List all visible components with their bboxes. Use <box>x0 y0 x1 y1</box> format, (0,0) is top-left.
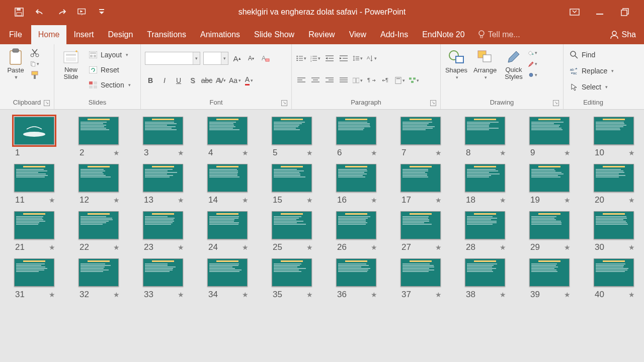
slide-thumbnail-24[interactable]: 24★ <box>207 211 250 252</box>
slide-thumbnail-4[interactable]: 4★ <box>207 117 250 158</box>
tab-addins[interactable]: Add-Ins <box>373 25 415 44</box>
slide-thumbnail-6[interactable]: 6★ <box>336 117 378 158</box>
slide-thumbnail-34[interactable]: 34★ <box>207 258 250 300</box>
line-spacing-icon[interactable]: ▾ <box>352 53 363 64</box>
strikethrough-icon[interactable]: abc <box>201 75 212 86</box>
find-button[interactable]: Find <box>568 48 616 61</box>
slide-thumbnail-37[interactable]: 37★ <box>400 258 443 300</box>
save-icon[interactable] <box>14 7 24 17</box>
tab-transitions[interactable]: Transitions <box>140 25 193 44</box>
align-left-icon[interactable] <box>296 75 307 86</box>
slide-thumbnail-39[interactable]: 39★ <box>529 258 572 300</box>
select-button[interactable]: Select▾ <box>568 80 616 94</box>
slide-sorter[interactable]: 12★3★4★5★6★7★8★9★10★11★12★13★14★15★16★17… <box>0 110 644 362</box>
qat-customize-icon[interactable] <box>99 7 105 17</box>
slide-thumbnail-33[interactable]: 33★ <box>143 258 185 300</box>
slide-thumbnail-5[interactable]: 5★ <box>272 117 314 158</box>
slide-thumbnail-1[interactable]: 1 <box>14 117 56 158</box>
align-text-icon[interactable]: ▾ <box>394 75 406 86</box>
decrease-font-icon[interactable]: A▾ <box>246 53 257 64</box>
text-direction-icon[interactable]: A▾ <box>366 53 377 64</box>
slide-thumbnail-2[interactable]: 2★ <box>78 117 121 158</box>
justify-icon[interactable] <box>338 75 349 86</box>
slide-thumbnail-23[interactable]: 23★ <box>143 211 185 252</box>
restore-icon[interactable] <box>620 7 630 17</box>
slide-thumbnail-13[interactable]: 13★ <box>143 164 185 205</box>
slide-thumbnail-20[interactable]: 20★ <box>594 164 636 205</box>
align-right-icon[interactable] <box>324 75 335 86</box>
slide-thumbnail-10[interactable]: 10★ <box>594 117 636 158</box>
tab-animations[interactable]: Animations <box>193 25 247 44</box>
start-from-beginning-icon[interactable] <box>77 7 88 17</box>
tab-design[interactable]: Design <box>101 25 140 44</box>
underline-icon[interactable]: U <box>173 75 184 86</box>
slide-thumbnail-17[interactable]: 17★ <box>400 164 443 205</box>
cut-icon[interactable] <box>30 48 39 57</box>
tab-home[interactable]: Home <box>31 25 67 44</box>
tell-me-search[interactable]: Tell me... <box>472 25 526 44</box>
shape-outline-icon[interactable]: ▾ <box>528 59 537 68</box>
slide-thumbnail-3[interactable]: 3★ <box>143 117 185 158</box>
slide-thumbnail-26[interactable]: 26★ <box>336 211 378 252</box>
dialog-launcher-icon[interactable]: ↘ <box>430 100 436 106</box>
slide-thumbnail-29[interactable]: 29★ <box>529 211 572 252</box>
character-spacing-icon[interactable]: AV▾ <box>215 75 226 86</box>
slide-thumbnail-31[interactable]: 31★ <box>14 258 56 300</box>
slide-thumbnail-36[interactable]: 36★ <box>336 258 378 300</box>
bold-icon[interactable]: B <box>145 75 156 86</box>
shadow-icon[interactable]: S <box>187 75 198 86</box>
align-center-icon[interactable] <box>310 75 321 86</box>
font-family-input[interactable]: ▾ <box>145 52 200 65</box>
ribbon-options-icon[interactable] <box>570 7 580 17</box>
shapes-button[interactable]: Shapes▾ <box>445 46 468 80</box>
dialog-launcher-icon[interactable]: ↘ <box>553 100 559 106</box>
italic-icon[interactable]: I <box>159 75 170 86</box>
slide-thumbnail-27[interactable]: 27★ <box>400 211 443 252</box>
dialog-launcher-icon[interactable]: ↘ <box>44 100 50 106</box>
tab-review[interactable]: Review <box>301 25 342 44</box>
numbering-icon[interactable]: 123▾ <box>310 53 321 64</box>
ltr-icon[interactable]: ¶ <box>366 75 377 86</box>
dialog-launcher-icon[interactable]: ↘ <box>281 100 287 106</box>
decrease-indent-icon[interactable] <box>324 53 335 64</box>
format-painter-icon[interactable] <box>30 70 39 79</box>
slide-thumbnail-28[interactable]: 28★ <box>465 211 507 252</box>
clear-formatting-icon[interactable]: A <box>260 53 271 64</box>
slide-thumbnail-8[interactable]: 8★ <box>465 117 507 158</box>
slide-thumbnail-12[interactable]: 12★ <box>78 164 121 205</box>
tab-view[interactable]: View <box>342 25 373 44</box>
slide-thumbnail-38[interactable]: 38★ <box>465 258 507 300</box>
quick-styles-button[interactable]: Quick Styles <box>502 46 525 81</box>
minimize-icon[interactable] <box>595 7 605 17</box>
slide-thumbnail-25[interactable]: 25★ <box>272 211 314 252</box>
slide-thumbnail-18[interactable]: 18★ <box>465 164 507 205</box>
redo-icon[interactable] <box>56 7 66 17</box>
slide-thumbnail-40[interactable]: 40★ <box>594 258 636 300</box>
slide-thumbnail-32[interactable]: 32★ <box>78 258 121 300</box>
increase-indent-icon[interactable] <box>338 53 349 64</box>
replace-button[interactable]: abacReplace▾ <box>568 64 616 77</box>
copy-icon[interactable]: ▾ <box>30 59 39 68</box>
font-size-input[interactable]: ▾ <box>203 52 228 65</box>
slide-thumbnail-35[interactable]: 35★ <box>272 258 314 300</box>
slide-thumbnail-22[interactable]: 22★ <box>78 211 121 252</box>
tab-file[interactable]: File <box>0 25 31 44</box>
change-case-icon[interactable]: Aa▾ <box>229 75 240 86</box>
slide-thumbnail-11[interactable]: 11★ <box>14 164 56 205</box>
tab-insert[interactable]: Insert <box>66 25 101 44</box>
columns-icon[interactable]: ▾ <box>352 75 363 86</box>
slide-thumbnail-30[interactable]: 30★ <box>594 211 636 252</box>
slide-thumbnail-7[interactable]: 7★ <box>400 117 443 158</box>
tab-endnote[interactable]: EndNote 20 <box>415 25 472 44</box>
slide-thumbnail-19[interactable]: 19★ <box>529 164 572 205</box>
new-slide-button[interactable]: New Slide <box>58 46 84 81</box>
section-button[interactable]: Section▾ <box>87 78 133 92</box>
increase-font-icon[interactable]: A▴ <box>231 53 243 64</box>
slide-thumbnail-21[interactable]: 21★ <box>14 211 56 252</box>
paste-button[interactable]: Paste ▼ <box>4 46 27 80</box>
layout-button[interactable]: Layout▾ <box>87 48 133 61</box>
rtl-icon[interactable]: ¶ <box>380 75 391 86</box>
reset-button[interactable]: Reset <box>87 63 133 76</box>
undo-icon[interactable] <box>35 7 45 17</box>
share-button[interactable]: Sha <box>602 25 644 44</box>
